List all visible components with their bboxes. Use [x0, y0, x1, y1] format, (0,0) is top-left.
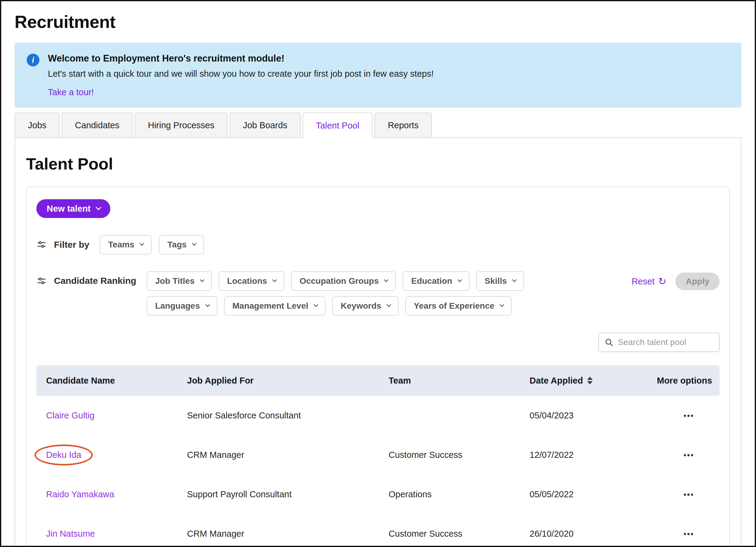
more-options-button[interactable]: •••: [684, 451, 694, 459]
job-applied-cell: Support Payroll Consultant: [187, 489, 389, 499]
candidate-name-cell: Deku Ida: [46, 450, 187, 460]
more-options-cell: •••: [657, 411, 720, 421]
app-window: Recruitment i Welcome to Employment Hero…: [0, 0, 756, 547]
tab-bar: Jobs Candidates Hiring Processes Job Boa…: [15, 112, 741, 137]
column-header-more-options: More options: [657, 376, 720, 386]
talent-pool-table: Candidate Name Job Applied For Team Date…: [36, 365, 720, 547]
candidate-name-cell: Claire Gultig: [46, 411, 187, 421]
welcome-banner: i Welcome to Employment Hero's recruitme…: [15, 43, 741, 108]
take-a-tour-link[interactable]: Take a tour!: [48, 87, 94, 97]
tab-job-boards[interactable]: Job Boards: [229, 112, 301, 137]
skills-filter-dropdown[interactable]: Skills: [476, 271, 524, 291]
tab-talent-pool[interactable]: Talent Pool: [303, 112, 373, 138]
management-level-filter-label: Management Level: [232, 301, 309, 311]
sort-icon[interactable]: [587, 377, 593, 384]
candidate-name-link[interactable]: Deku Ida: [46, 450, 81, 460]
years-of-experience-filter-dropdown[interactable]: Years of Experience: [405, 296, 512, 316]
tab-reports[interactable]: Reports: [374, 112, 432, 137]
job-titles-filter-dropdown[interactable]: Job Titles: [147, 271, 212, 291]
date-applied-cell: 12/07/2022: [530, 450, 657, 460]
talent-pool-heading: Talent Pool: [26, 154, 730, 173]
tab-hiring-processes[interactable]: Hiring Processes: [135, 112, 228, 137]
ranking-filters-row-2: Languages Management Level Keywords: [147, 296, 524, 316]
tab-jobs[interactable]: Jobs: [15, 112, 60, 137]
occupation-groups-filter-dropdown[interactable]: Occupation Groups: [291, 271, 396, 291]
table-row: Deku Ida CRM Manager Customer Success 12…: [36, 435, 720, 475]
candidate-ranking-label: Candidate Ranking: [54, 276, 136, 286]
table-row: Claire Gultig Senior Salesforce Consulta…: [36, 396, 720, 435]
chevron-down-icon: [384, 277, 389, 282]
talent-pool-panel: Talent Pool New talent Filter by Teams T…: [15, 137, 741, 547]
chevron-down-icon: [512, 277, 517, 282]
locations-filter-label: Locations: [227, 276, 267, 286]
table-header: Candidate Name Job Applied For Team Date…: [36, 365, 720, 396]
more-options-button[interactable]: •••: [684, 490, 694, 499]
table-row: Raido Yamakawa Support Payroll Consultan…: [36, 475, 720, 514]
search-row: [36, 333, 720, 352]
banner-title: Welcome to Employment Hero's recruitment…: [48, 53, 433, 64]
more-options-button[interactable]: •••: [684, 530, 694, 538]
chevron-down-icon: [96, 204, 101, 210]
sliders-icon: [36, 276, 47, 286]
date-applied-cell: 26/10/2020: [530, 529, 657, 539]
tags-filter-dropdown[interactable]: Tags: [159, 235, 204, 254]
teams-filter-dropdown[interactable]: Teams: [100, 235, 152, 254]
reset-button[interactable]: Reset ↻: [632, 277, 667, 287]
candidate-name-cell: Raido Yamakawa: [46, 489, 187, 499]
education-filter-dropdown[interactable]: Education: [403, 271, 469, 291]
new-talent-button[interactable]: New talent: [36, 199, 110, 218]
chevron-down-icon: [313, 302, 318, 307]
search-input[interactable]: [618, 337, 714, 347]
keywords-filter-dropdown[interactable]: Keywords: [332, 296, 399, 316]
column-header-team: Team: [389, 376, 530, 386]
chevron-down-icon: [272, 277, 277, 282]
candidate-name-cell: Jin Natsume: [46, 529, 187, 539]
team-cell: Operations: [389, 489, 530, 499]
candidate-name-link[interactable]: Claire Gultig: [46, 411, 95, 420]
candidate-name-link[interactable]: Jin Natsume: [46, 529, 95, 539]
highlighted-candidate: Deku Ida: [46, 450, 81, 460]
team-cell: Customer Success: [389, 529, 530, 539]
date-applied-cell: 05/05/2022: [530, 489, 657, 499]
date-applied-header-label: Date Applied: [530, 376, 583, 386]
chevron-down-icon: [205, 302, 210, 307]
new-talent-label: New talent: [47, 204, 91, 214]
more-options-button[interactable]: •••: [684, 411, 694, 420]
ranking-controls: Reset ↻ Apply: [632, 273, 720, 290]
teams-filter-label: Teams: [108, 240, 135, 250]
more-options-cell: •••: [657, 489, 720, 499]
candidate-ranking-row: Candidate Ranking Job Titles Locations O…: [36, 271, 720, 316]
apply-button[interactable]: Apply: [675, 273, 720, 290]
column-header-date-applied[interactable]: Date Applied: [530, 376, 657, 386]
sort-asc-icon: [587, 377, 593, 380]
column-header-candidate-name: Candidate Name: [46, 376, 187, 386]
ranking-filters: Job Titles Locations Occupation Groups: [147, 271, 524, 316]
filter-by-label: Filter by: [54, 240, 89, 250]
table-row: Jin Natsume CRM Manager Customer Success…: [36, 514, 720, 547]
chevron-down-icon: [500, 302, 504, 307]
ranking-filters-row-1: Job Titles Locations Occupation Groups: [147, 271, 524, 291]
chevron-down-icon: [200, 277, 205, 282]
team-cell: Customer Success: [389, 450, 530, 460]
search-icon: [604, 338, 614, 347]
column-header-job-applied-for: Job Applied For: [187, 376, 389, 386]
job-applied-cell: CRM Manager: [187, 529, 389, 539]
page-title: Recruitment: [15, 12, 741, 32]
job-titles-filter-label: Job Titles: [155, 276, 195, 286]
sort-desc-icon: [587, 381, 593, 384]
tags-filter-label: Tags: [167, 240, 186, 250]
sliders-icon: [36, 240, 47, 250]
candidate-name-link[interactable]: Raido Yamakawa: [46, 489, 114, 499]
filter-by-row: Filter by Teams Tags: [36, 235, 720, 254]
chevron-down-icon: [457, 277, 462, 282]
talent-pool-card: New talent Filter by Teams Tags: [26, 186, 730, 547]
banner-subtitle: Let's start with a quick tour and we wil…: [48, 69, 433, 79]
chevron-down-icon: [192, 241, 197, 246]
more-options-cell: •••: [657, 450, 720, 460]
languages-filter-dropdown[interactable]: Languages: [147, 296, 217, 316]
tab-candidates[interactable]: Candidates: [62, 112, 133, 137]
years-of-experience-filter-label: Years of Experience: [414, 301, 494, 311]
keywords-filter-label: Keywords: [341, 301, 381, 311]
management-level-filter-dropdown[interactable]: Management Level: [224, 296, 326, 316]
locations-filter-dropdown[interactable]: Locations: [219, 271, 284, 291]
